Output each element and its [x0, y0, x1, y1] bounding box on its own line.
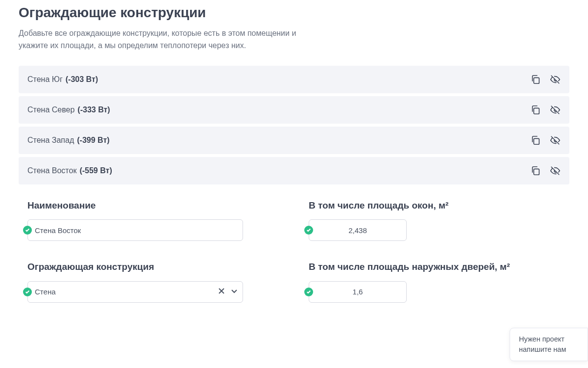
copy-icon[interactable] [530, 165, 541, 176]
svg-rect-1 [534, 108, 539, 114]
row-label: Стена Восток (-559 Вт) [27, 166, 112, 175]
construction-list: Стена Юг (-303 Вт) Стена Север (-333 Вт) [19, 66, 569, 303]
construction-field-label: Ограждающая конструкция [27, 261, 279, 273]
door-area-label: В том числе площадь наружных дверей, м² [309, 261, 561, 273]
svg-rect-0 [534, 78, 539, 83]
hide-icon[interactable] [550, 105, 561, 115]
hide-icon[interactable] [550, 135, 561, 146]
row-label: Стена Юг (-303 Вт) [27, 75, 98, 84]
chevron-down-icon[interactable] [230, 287, 238, 297]
valid-check-icon [23, 226, 32, 235]
copy-icon[interactable] [530, 74, 541, 85]
copy-icon[interactable] [530, 135, 541, 146]
construction-row[interactable]: Стена Юг (-303 Вт) [19, 66, 569, 93]
svg-rect-2 [534, 138, 539, 144]
window-area-label: В том числе площадь окон, м² [309, 199, 561, 212]
window-area-input[interactable] [309, 219, 407, 241]
chat-line2: напишите нам [519, 344, 588, 355]
chat-widget[interactable]: Нужен проект напишите нам [510, 328, 588, 361]
name-input[interactable] [27, 219, 243, 241]
construction-row[interactable]: Стена Запад (-399 Вт) [19, 127, 569, 154]
hide-icon[interactable] [550, 74, 561, 85]
door-area-input[interactable] [309, 281, 407, 303]
row-name: Стена Запад [27, 136, 74, 145]
page-title: Ограждающие конструкции [19, 5, 569, 21]
name-field-label: Наименование [27, 199, 279, 212]
valid-check-icon [23, 288, 32, 296]
construction-row-expanded[interactable]: Стена Восток (-559 Вт) [19, 157, 569, 184]
svg-rect-3 [534, 169, 539, 175]
row-label: Стена Запад (-399 Вт) [27, 136, 110, 145]
hide-icon[interactable] [550, 165, 561, 176]
clear-icon[interactable] [218, 287, 225, 297]
valid-check-icon [304, 288, 313, 296]
valid-check-icon [304, 226, 313, 235]
row-watt: (-303 Вт) [66, 75, 98, 84]
copy-icon[interactable] [530, 105, 541, 115]
row-watt: (-559 Вт) [79, 166, 112, 175]
row-name: Стена Север [27, 105, 74, 114]
chat-line1: Нужен проект [519, 334, 588, 344]
row-name: Стена Восток [27, 166, 76, 175]
expanded-form: Наименование В том числе площадь окон, м… [19, 187, 569, 303]
row-watt: (-333 Вт) [77, 105, 110, 114]
construction-row[interactable]: Стена Север (-333 Вт) [19, 96, 569, 124]
row-name: Стена Юг [27, 75, 63, 84]
row-watt: (-399 Вт) [77, 136, 109, 145]
construction-select[interactable] [27, 281, 243, 303]
page-description: Добавьте все ограждающие конструкции, ко… [19, 27, 303, 52]
row-label: Стена Север (-333 Вт) [27, 105, 110, 114]
